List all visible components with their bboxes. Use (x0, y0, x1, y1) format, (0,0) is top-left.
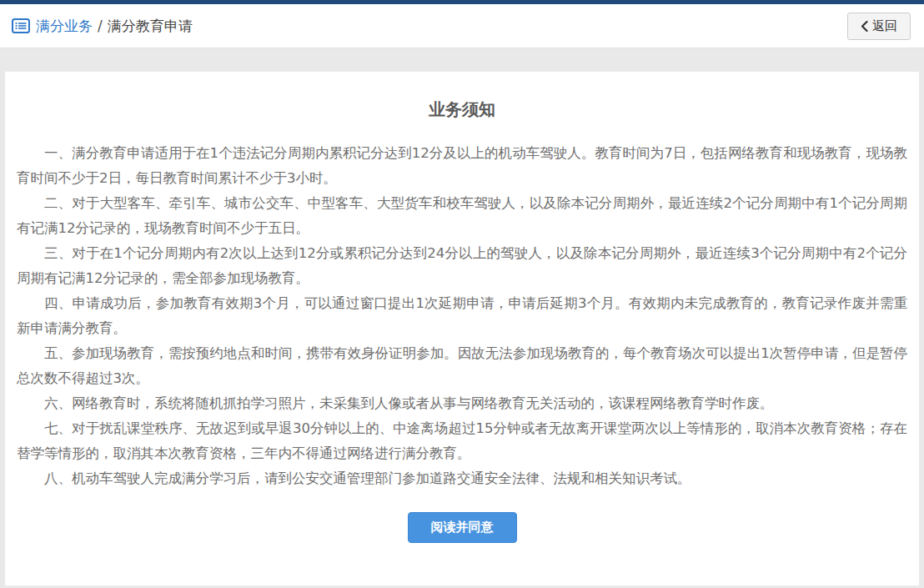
notice-paragraph-8: 八、机动车驾驶人完成满分学习后，请到公安交通管理部门参加道路交通安全法律、法规和… (17, 466, 907, 491)
notice-paragraph-6: 六、网络教育时，系统将随机抓拍学习照片，未采集到人像或者从事与网络教育无关活动的… (17, 391, 907, 416)
notice-title: 业务须知 (5, 98, 919, 121)
notice-panel: 业务须知 一、满分教育申请适用于在1个违法记分周期内累积记分达到12分及以上的机… (5, 72, 919, 585)
breadcrumb-separator: / (98, 18, 103, 34)
read-and-agree-button[interactable]: 阅读并同意 (408, 512, 517, 543)
page-header: 满分业务 / 满分教育申请 返回 (0, 4, 924, 48)
notice-paragraph-7: 七、对于扰乱课堂秩序、无故迟到或早退30分钟以上的、中途离场超过15分钟或者无故… (17, 416, 907, 466)
notice-paragraph-1: 一、满分教育申请适用于在1个违法记分周期内累积记分达到12分及以上的机动车驾驶人… (17, 141, 907, 191)
chevron-left-icon (861, 21, 868, 32)
back-button[interactable]: 返回 (847, 13, 911, 40)
agree-button-row: 阅读并同意 (5, 512, 919, 543)
notice-body: 一、满分教育申请适用于在1个违法记分周期内累积记分达到12分及以上的机动车驾驶人… (5, 141, 919, 491)
breadcrumb-root-link[interactable]: 满分业务 (36, 17, 93, 36)
back-button-label: 返回 (872, 18, 897, 34)
breadcrumb: 满分业务 / 满分教育申请 (12, 17, 193, 36)
breadcrumb-current: 满分教育申请 (108, 17, 193, 36)
notice-paragraph-3: 三、对于在1个记分周期内有2次以上达到12分或累积记分达到24分以上的驾驶人，以… (17, 241, 907, 291)
notice-paragraph-2: 二、对于大型客车、牵引车、城市公交车、中型客车、大型货车和校车驾驶人，以及除本记… (17, 191, 907, 241)
list-icon (12, 18, 30, 34)
notice-paragraph-4: 四、申请成功后，参加教育有效期3个月，可以通过窗口提出1次延期申请，申请后延期3… (17, 291, 907, 341)
notice-paragraph-5: 五、参加现场教育，需按预约地点和时间，携带有效身份证明参加。因故无法参加现场教育… (17, 341, 907, 391)
